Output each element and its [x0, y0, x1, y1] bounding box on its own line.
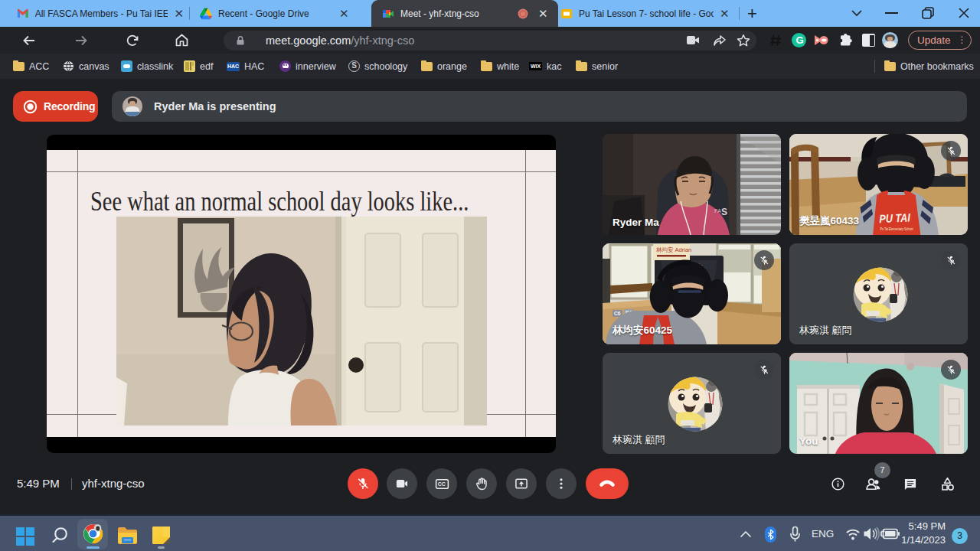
svg-text:PU TAI: PU TAI [879, 210, 911, 225]
svg-text:S: S [721, 207, 727, 217]
svg-text:C6: C6 [614, 311, 621, 316]
svg-text:CC: CC [437, 481, 445, 487]
svg-text:Pu Tai Elementary School: Pu Tai Elementary School [880, 227, 913, 231]
svg-text:林均安 Adrian: 林均安 Adrian [656, 246, 691, 253]
svg-text:FA: FA [714, 208, 721, 214]
